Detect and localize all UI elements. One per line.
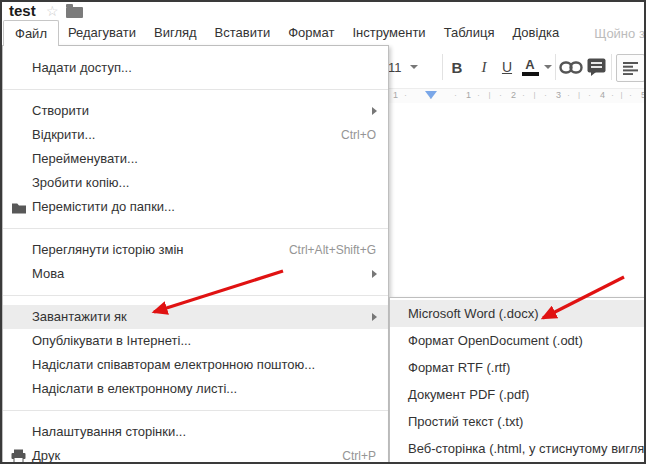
ruler-tick: |: [621, 90, 623, 99]
menu-separator: [3, 228, 388, 229]
menu-item-label: Мова: [32, 266, 64, 281]
folder-icon[interactable]: [66, 7, 83, 18]
ruler-tick: |: [578, 90, 580, 99]
download-format-item[interactable]: Документ PDF (.pdf): [390, 381, 645, 408]
menu-item-label: Відкрити...: [32, 127, 95, 142]
menu-item-label: Простий текст (.txt): [408, 414, 523, 429]
ruler-tick: ·: [588, 90, 591, 100]
ruler-tick: ·: [454, 90, 457, 100]
menubar: ФайлРедагуватиВиглядВставитиФорматІнстру…: [2, 20, 644, 46]
menu-item-label: Формат OpenDocument (.odt): [408, 333, 583, 348]
ruler-tick: ·: [567, 90, 570, 100]
italic-button[interactable]: I: [476, 54, 492, 80]
document-title[interactable]: test: [9, 2, 36, 19]
file-menu-item[interactable]: Перемістити до папки...: [3, 195, 388, 219]
chevron-down-icon: [410, 65, 418, 69]
ruler-indent-marker[interactable]: [425, 91, 437, 99]
chevron-down-icon: [544, 65, 552, 69]
file-menu-item[interactable]: Надіслати співавторам електронною поштою…: [3, 353, 388, 377]
ruler-number: 1: [393, 90, 398, 100]
menubar-item-help[interactable]: Довідка: [503, 20, 568, 46]
menu-separator: [3, 89, 388, 90]
toolbar-divider: [442, 54, 443, 80]
ruler-number: 5: [641, 90, 646, 100]
header: test ☆: [2, 2, 644, 20]
menubar-item-insert[interactable]: Вставити: [206, 20, 280, 46]
download-format-item[interactable]: Простий текст (.txt): [390, 408, 645, 435]
text-color-label: A: [525, 59, 534, 71]
menu-separator: [3, 295, 388, 296]
menubar-item-format[interactable]: Формат: [279, 20, 343, 46]
menu-item-label: Завантажити як: [32, 309, 127, 324]
file-menu-item[interactable]: Зробити копію...: [3, 171, 388, 195]
align-left-button[interactable]: [616, 54, 645, 82]
ruler-tick: ·: [544, 90, 547, 100]
menu-item-label: Надіслати співавторам електронною поштою…: [32, 357, 315, 372]
ruler-tick: ·: [499, 90, 502, 100]
file-menu-item[interactable]: Налаштування сторінки...: [3, 420, 388, 444]
menu-separator: [3, 410, 388, 411]
file-menu-item[interactable]: Надіслати в електронному листі...: [3, 377, 388, 401]
ruler-tick: |: [534, 90, 536, 99]
file-menu-item[interactable]: Опублікувати в Інтернеті...: [3, 329, 388, 353]
ruler-number: 3: [556, 90, 561, 100]
bold-button[interactable]: B: [448, 54, 466, 80]
submenu-arrow-icon: [372, 270, 377, 278]
menu-item-label: Створити: [32, 103, 89, 118]
menubar-item-file[interactable]: Файл: [3, 20, 59, 46]
text-color-dropdown[interactable]: [542, 54, 554, 80]
menubar-item-tools[interactable]: Інструменти: [343, 20, 434, 46]
menu-item-label: Перемістити до папки...: [32, 199, 175, 214]
menu-item-label: Перейменувати...: [32, 151, 138, 166]
menu-item-shortcut: Ctrl+O: [341, 123, 376, 147]
align-left-icon: [623, 62, 638, 75]
file-menu-item[interactable]: Мова: [3, 262, 388, 286]
file-menu-item[interactable]: ДрукCtrl+P: [3, 444, 388, 464]
folder-icon: [11, 199, 27, 215]
file-menu-item[interactable]: Перейменувати...: [3, 147, 388, 171]
star-icon[interactable]: ☆: [46, 3, 59, 19]
menubar-item-edit[interactable]: Редагувати: [59, 20, 145, 46]
file-menu-item[interactable]: Створити: [3, 99, 388, 123]
menu-item-label: Microsoft Word (.docx): [408, 306, 539, 321]
text-color-button[interactable]: A: [520, 54, 540, 80]
file-menu-item[interactable]: Переглянути історію змінCtrl+Alt+Shift+G: [3, 238, 388, 262]
ruler-number: 4: [600, 90, 605, 100]
ruler-tick: ·: [629, 90, 632, 100]
menu-item-shortcut: Ctrl+Alt+Shift+G: [289, 238, 376, 262]
download-format-item[interactable]: Формат RTF (.rtf): [390, 354, 645, 381]
font-size-select[interactable]: 11: [388, 54, 418, 80]
comment-icon: [587, 58, 606, 76]
menu-item-label: Формат RTF (.rtf): [408, 360, 510, 375]
underline-button[interactable]: U: [498, 54, 516, 80]
toolbar-divider: [555, 54, 556, 80]
last-edit-status: Щойно змінено: [594, 26, 646, 41]
menubar-item-table[interactable]: Таблиця: [435, 20, 504, 46]
ruler-tick: ·: [611, 90, 614, 100]
menu-item-shortcut: Ctrl+P: [342, 444, 376, 464]
ruler-number: 1: [466, 90, 471, 100]
menu-item-label: Друк: [32, 448, 60, 463]
file-menu-item[interactable]: Завантажити як: [3, 305, 388, 329]
menubar-item-view[interactable]: Вигляд: [145, 20, 206, 46]
menu-item-label: Документ PDF (.pdf): [408, 387, 529, 402]
submenu-arrow-icon: [372, 313, 377, 321]
google-docs-window: test ☆ ФайлРедагуватиВиглядВставитиФорма…: [0, 0, 646, 464]
menu-item-label: Налаштування сторінки...: [32, 424, 186, 439]
download-format-item[interactable]: Microsoft Word (.docx): [390, 300, 645, 327]
menu-item-label: Переглянути історію змін: [32, 242, 184, 257]
insert-link-button[interactable]: [558, 54, 584, 80]
ruler-tick: ·: [522, 90, 525, 100]
menu-item-label: Надати доступ...: [32, 60, 132, 75]
menu-item-label: Надіслати в електронному листі...: [32, 381, 237, 396]
text-color-swatch: [522, 72, 539, 76]
menu-item-label: Опублікувати в Інтернеті...: [32, 333, 191, 348]
file-menu-item[interactable]: Відкрити...Ctrl+O: [3, 123, 388, 147]
download-format-item[interactable]: Формат OpenDocument (.odt): [390, 327, 645, 354]
menu-item-label: Веб-сторінка (.html, у стиснутому вигляд…: [408, 441, 646, 456]
download-format-item[interactable]: Веб-сторінка (.html, у стиснутому вигляд…: [390, 435, 645, 462]
file-menu-item[interactable]: Надати доступ...: [3, 56, 388, 80]
ruler-tick: |: [489, 90, 491, 99]
insert-comment-button[interactable]: [584, 54, 608, 80]
download-as-submenu: Microsoft Word (.docx)Формат OpenDocumen…: [389, 297, 646, 463]
